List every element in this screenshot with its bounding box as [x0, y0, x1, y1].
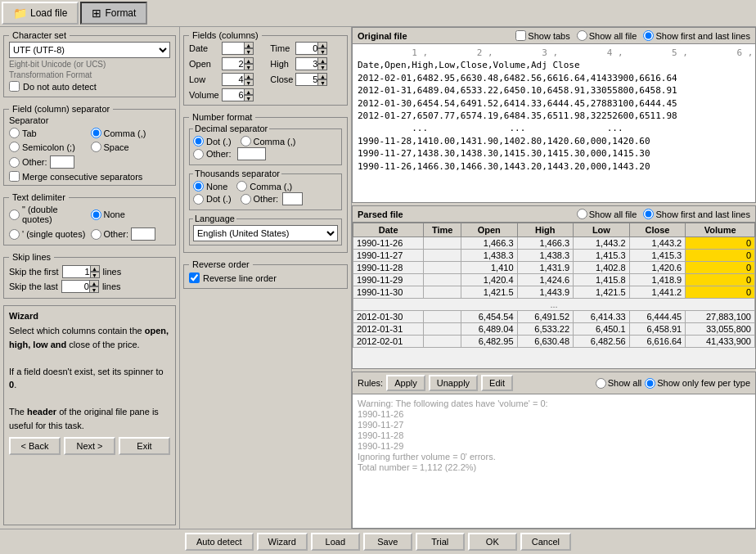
parsed-panel-header: Parsed file Show all file Show first and… — [353, 206, 755, 223]
none-thou-radio[interactable] — [193, 181, 204, 191]
cell-volume: 0 — [686, 262, 755, 274]
exit-button[interactable]: Exit — [119, 437, 170, 455]
other-delim-input[interactable] — [131, 227, 155, 241]
skip-last-spin: ▲ ▼ — [61, 280, 99, 293]
other-delim-label: Other: — [104, 229, 129, 239]
volume-input[interactable] — [222, 88, 245, 101]
skip-first-input[interactable] — [62, 265, 91, 278]
open-up[interactable]: ▲ — [244, 57, 254, 64]
close-spin: ▲▼ — [295, 73, 342, 86]
other-sep-radio[interactable] — [9, 157, 20, 168]
edit-button[interactable]: Edit — [481, 375, 513, 391]
dot-dec-radio[interactable] — [193, 136, 204, 146]
none-delim-radio[interactable] — [91, 209, 101, 220]
show-few-incons-label[interactable]: Show only few per type — [645, 378, 750, 389]
close-input[interactable] — [295, 73, 318, 86]
load-file-button[interactable]: 📁 Load file — [2, 2, 79, 25]
date-input[interactable] — [222, 42, 245, 55]
other-dec-radio[interactable] — [193, 149, 204, 160]
other-sep-input[interactable] — [50, 155, 74, 169]
open-input[interactable] — [222, 57, 245, 70]
comma-radio[interactable] — [91, 128, 101, 138]
merge-checkbox[interactable] — [9, 171, 20, 182]
skip-last-down[interactable]: ▼ — [89, 286, 99, 293]
field-sep-section: Field (column) separator Separator Tab C… — [3, 104, 176, 186]
high-input[interactable] — [295, 57, 318, 70]
skip-lines-section: Skip lines Skip the first ▲ ▼ lines Skip… — [3, 252, 176, 299]
format-button[interactable]: ⊞ Format — [80, 2, 147, 25]
no-auto-checkbox[interactable] — [9, 81, 20, 92]
low-label: Low — [189, 74, 219, 84]
time-down[interactable]: ▼ — [317, 48, 327, 55]
semicolon-radio[interactable] — [9, 142, 20, 152]
parsed-show-all-radio[interactable] — [577, 209, 587, 219]
skip-last-up[interactable]: ▲ — [89, 280, 99, 286]
skip-first-down[interactable]: ▼ — [90, 272, 100, 278]
next-button[interactable]: Next > — [64, 437, 115, 455]
show-all-radio[interactable] — [577, 30, 587, 41]
skip-first-up[interactable]: ▲ — [90, 265, 100, 272]
none-delim-label: None — [104, 209, 125, 219]
parsed-show-first-last-radio[interactable] — [643, 209, 654, 219]
ok-button[interactable]: OK — [468, 533, 517, 551]
show-first-last-label[interactable]: Show first and last lines — [643, 30, 750, 41]
auto-detect-button[interactable]: Auto detect — [185, 533, 254, 551]
file-line-0: Date,Open,High,Low,Close,Volume,Adj Clos… — [358, 59, 750, 71]
low-up[interactable]: ▲ — [244, 73, 254, 79]
open-down[interactable]: ▼ — [244, 64, 254, 70]
show-all-incons-radio[interactable] — [596, 378, 606, 389]
other-delim-radio[interactable] — [91, 229, 101, 240]
trial-button[interactable]: Trial — [416, 533, 465, 551]
open-spin: ▲▼ — [222, 57, 268, 70]
volume-down[interactable]: ▼ — [244, 95, 254, 101]
char-set-select[interactable]: UTF (UTF-8) — [9, 42, 170, 58]
tab-radio[interactable] — [9, 128, 20, 138]
show-first-last-radio[interactable] — [643, 30, 654, 41]
volume-up[interactable]: ▲ — [244, 88, 254, 95]
comma-thou-radio[interactable] — [236, 181, 247, 191]
dot-thou-radio[interactable] — [193, 194, 204, 205]
cell-close: 6,444.45 — [629, 311, 686, 323]
comma-dec-radio[interactable] — [241, 136, 251, 146]
apply-button[interactable]: Apply — [386, 375, 425, 391]
col-volume: Volume — [686, 223, 755, 237]
wizard-button[interactable]: Wizard — [257, 533, 308, 551]
reverse-checkbox[interactable] — [189, 272, 200, 283]
show-tabs-checkbox[interactable] — [515, 30, 526, 41]
date-up[interactable]: ▲ — [244, 42, 254, 48]
save-button[interactable]: Save — [363, 533, 412, 551]
close-down[interactable]: ▼ — [317, 79, 327, 86]
back-button[interactable]: < Back — [9, 437, 61, 455]
high-up[interactable]: ▲ — [317, 57, 327, 64]
date-down[interactable]: ▼ — [244, 48, 254, 55]
single-quote-radio[interactable] — [9, 229, 20, 240]
col-open: Open — [461, 223, 517, 237]
double-quote-radio[interactable] — [9, 209, 20, 220]
show-all-incons-label[interactable]: Show all — [596, 378, 642, 389]
space-radio[interactable] — [91, 142, 101, 152]
time-input[interactable] — [295, 42, 318, 55]
low-input[interactable] — [222, 73, 245, 86]
other-thou-radio[interactable] — [241, 194, 251, 205]
parsed-panel-title: Parsed file — [358, 209, 403, 219]
parsed-show-all-label[interactable]: Show all file — [577, 209, 637, 219]
show-all-label[interactable]: Show all file — [577, 30, 637, 41]
other-thou-input[interactable] — [282, 192, 303, 205]
no-auto-row: Do not auto detect — [9, 81, 170, 92]
cancel-button[interactable]: Cancel — [520, 533, 571, 551]
high-down[interactable]: ▼ — [317, 64, 327, 70]
other-dec-label: Other: — [206, 149, 232, 159]
parsed-show-first-last-label[interactable]: Show first and last lines — [643, 209, 750, 219]
show-few-incons-radio[interactable] — [645, 378, 655, 389]
lang-select[interactable]: English (United States) — [193, 225, 338, 241]
close-up[interactable]: ▲ — [317, 73, 327, 79]
load-button[interactable]: Load — [311, 533, 360, 551]
thou-sep-section: Thousands separator None Comma (,) Dot (… — [189, 169, 342, 210]
skip-last-input[interactable] — [61, 280, 90, 293]
orig-file-content: 1 , 2 , 3 , 4 , 5 , 6 , 7 Date,Open,High… — [353, 44, 755, 202]
time-up[interactable]: ▲ — [317, 42, 327, 48]
low-down[interactable]: ▼ — [244, 79, 254, 86]
other-dec-input[interactable] — [237, 147, 266, 160]
unapply-button[interactable]: Unapply — [429, 375, 478, 391]
show-tabs-label[interactable]: Show tabs — [515, 30, 569, 41]
